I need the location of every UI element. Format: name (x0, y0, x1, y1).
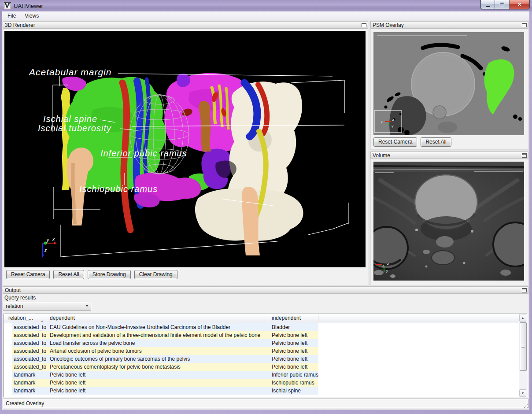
query-results-table: relation_... ▲ dependent independent ass… (4, 314, 527, 397)
scrollbar-grip-icon (521, 345, 525, 348)
cell-independent: Bladder (268, 323, 318, 331)
svg-text:z: z (392, 118, 394, 122)
query-results-label: Query results (4, 295, 36, 301)
cell-relation: associated_to (12, 355, 46, 363)
table-row[interactable]: associated_toEAU Guidelines on Non-Muscl… (4, 323, 519, 331)
annotation-ischiopubic-ramus: Ischiopubic ramus (79, 184, 158, 194)
annotation-acetabular-margin: Acetabular margin (29, 67, 111, 78)
cell-filler (318, 339, 519, 347)
panel-header-3d-renderer: 3D Renderer (3, 21, 368, 29)
sort-ascending-icon: ▲ (41, 317, 44, 325)
reset-camera-button-3d[interactable]: Reset Camera (6, 270, 50, 279)
float-panel-icon[interactable] (522, 288, 527, 292)
close-button[interactable]: ✕ (510, 0, 529, 9)
panel-header-output: Output (3, 286, 528, 294)
reset-all-button-3d[interactable]: Reset All (53, 270, 84, 279)
row-indent (4, 363, 12, 371)
volume-viewport[interactable]: x z y (373, 162, 524, 281)
cell-independent: Pelvic bone left (268, 347, 318, 355)
cell-filler (318, 355, 519, 363)
reset-camera-button-psm[interactable]: Reset Camera (373, 137, 417, 147)
cell-relation: landmark (12, 387, 46, 395)
cell-independent: Ischiopubic ramus (268, 379, 318, 387)
table-header-row: relation_... ▲ dependent independent (4, 314, 519, 323)
scroll-down-icon[interactable]: ▼ (519, 389, 526, 397)
maximize-icon (500, 3, 504, 6)
maximize-button[interactable] (495, 0, 510, 9)
panel-title-psm-overlay: PSM Overlay (373, 22, 404, 28)
cell-independent: Pelvic bone left (268, 355, 318, 363)
table-main: relation_... ▲ dependent independent ass… (4, 314, 519, 397)
close-icon: ✕ (517, 0, 521, 9)
cell-independent: Ischial spine (268, 387, 318, 395)
relation-dropdown-value: relation (3, 303, 83, 309)
column-header-independent[interactable]: independent (268, 314, 318, 323)
table-row[interactable]: landmarkPelvic bone leftIschial spine (4, 387, 519, 395)
cell-filler (318, 379, 519, 387)
panel-title-3d-renderer: 3D Renderer (5, 22, 35, 28)
cell-dependent: Pelvic bone left (46, 371, 268, 379)
cell-filler (318, 323, 519, 331)
menu-views[interactable]: Views (21, 12, 42, 20)
resize-grip[interactable] (524, 404, 528, 408)
row-indent (4, 387, 12, 395)
cell-dependent: Arterial occlusion of pelvic bone tumors (46, 347, 268, 355)
panel-title-volume: Volume (373, 152, 390, 159)
svg-text:z: z (387, 262, 389, 266)
cell-dependent: Pelvic bone left (46, 379, 268, 387)
annotation-ischial-spine: Ischial spine (43, 114, 97, 124)
svg-text:x: x (52, 237, 55, 242)
cell-dependent: Percutaneous cementoplasty for pelvic bo… (46, 363, 268, 371)
psm-overlay-viewport[interactable]: x z y (373, 32, 524, 135)
clear-drawing-button[interactable]: Clear Drawing (134, 270, 177, 279)
store-drawing-button[interactable]: Store Drawing (88, 270, 131, 279)
column-header-filler (318, 314, 519, 323)
table-row[interactable]: associated_toOncologic outcomes of prima… (4, 355, 519, 363)
relation-dropdown[interactable]: relation ▼ (3, 302, 91, 310)
vertical-scrollbar[interactable]: ▲ ▼ (519, 314, 527, 397)
table-row[interactable]: associated_toDevelopment and validation … (4, 331, 519, 339)
cell-relation: associated_to (12, 363, 46, 371)
reset-all-button-psm[interactable]: Reset All (421, 137, 451, 147)
float-panel-icon[interactable] (522, 23, 527, 27)
column-header-dependent[interactable]: dependent (46, 314, 268, 323)
table-row[interactable]: associated_toArterial occlusion of pelvi… (4, 347, 519, 355)
table-row[interactable]: associated_toPercutaneous cementoplasty … (4, 363, 519, 371)
cell-filler (318, 387, 519, 395)
panel-header-volume: Volume (370, 152, 528, 159)
table-row[interactable]: associated_toLoad transfer across the pe… (4, 339, 519, 347)
title-bar[interactable]: UAHViewer ✕ (0, 0, 532, 11)
cell-dependent: Oncologic outcomes of primary bone sarco… (46, 355, 268, 363)
cell-filler (318, 363, 519, 371)
results-table-body: associated_toEAU Guidelines on Non-Muscl… (4, 323, 519, 395)
cell-dependent: Pelvic bone left (46, 387, 268, 395)
row-indent (4, 347, 12, 355)
annotation-ischial-tuberosity: Ischial tuberosity (38, 123, 111, 133)
svg-text:y: y (46, 238, 49, 243)
cell-dependent: Load transfer across the pelvic bone (46, 339, 268, 347)
window-title: UAHViewer (14, 3, 43, 9)
row-indent (4, 331, 12, 339)
column-header-relation[interactable]: relation_... ▲ (4, 314, 46, 323)
cell-relation: landmark (12, 371, 46, 379)
row-indent (4, 371, 12, 379)
minimize-icon (486, 6, 490, 7)
table-row[interactable]: landmarkPelvic bone leftInferior pubic r… (4, 371, 519, 379)
table-row[interactable]: landmarkPelvic bone leftIschiopubic ramu… (4, 379, 519, 387)
cell-relation: associated_to (12, 339, 46, 347)
uahviewer-window: { "window": { "title": "UAHViewer" }, "i… (0, 0, 532, 414)
annotation-inferior-pubic-ramus: Inferior pubic ramus (100, 148, 187, 159)
scroll-up-icon[interactable]: ▲ (519, 314, 526, 322)
float-panel-icon[interactable] (362, 23, 366, 27)
float-panel-icon[interactable] (522, 153, 527, 158)
row-indent (4, 323, 12, 331)
cell-filler (318, 331, 519, 339)
scrollbar-thumb[interactable] (520, 322, 527, 371)
svg-text:z: z (44, 248, 47, 253)
minimize-button[interactable] (481, 0, 495, 9)
row-indent (4, 339, 12, 347)
panel-title-output: Output (5, 287, 21, 293)
cell-independent: Pelvic bone left (268, 339, 318, 347)
cell-independent: Pelvic bone left (268, 363, 318, 371)
menu-file[interactable]: File (4, 12, 19, 20)
